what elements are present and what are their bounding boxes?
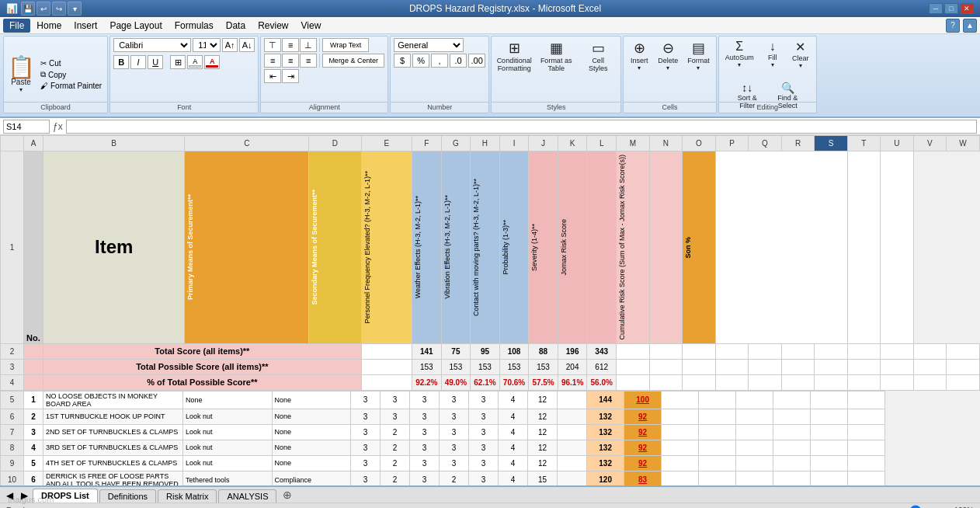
item-desc[interactable]: 2ND SET OF TURNBUCKLES & CLAMPS [43, 424, 183, 440]
insert-button[interactable]: ⊕ Insert ▾ [627, 38, 652, 73]
item-val-1[interactable]: 3 [381, 409, 410, 424]
col-header-s[interactable]: S [815, 136, 847, 151]
item-indexed[interactable]: 83 [624, 471, 662, 485]
item-val-1[interactable]: 2 [381, 471, 410, 485]
comma-button[interactable]: , [431, 54, 448, 68]
row-num-1[interactable]: 1 [1, 151, 24, 344]
item-jomax-score[interactable]: 132 [587, 424, 624, 440]
merge-center-button[interactable]: Merge & Center [322, 54, 384, 68]
item-number[interactable]: 1 [24, 391, 43, 409]
menu-formulas[interactable]: Formulas [169, 19, 220, 33]
col-header-e[interactable]: E [361, 136, 412, 151]
item-val-3[interactable]: 3 [440, 391, 469, 409]
item-val-0[interactable]: 3 [351, 424, 381, 440]
minimize-ribbon[interactable]: ▲ [963, 19, 977, 33]
col-header-p[interactable]: P [715, 136, 748, 151]
col-header-d[interactable]: D [309, 136, 362, 151]
item-val-5[interactable]: 4 [499, 455, 528, 471]
item-val-4[interactable]: 3 [469, 424, 499, 440]
item-val-2[interactable]: 3 [410, 424, 440, 440]
item-val-2[interactable]: 3 [410, 455, 440, 471]
qat-undo[interactable]: ↩ [36, 2, 50, 16]
item-indexed[interactable]: 92 [624, 424, 662, 440]
decrease-decimal-button[interactable]: .0 [450, 54, 467, 68]
item-val-3[interactable]: 3 [440, 455, 469, 471]
row-num-5[interactable]: 5 [1, 391, 24, 409]
menu-home[interactable]: Home [30, 19, 68, 33]
col-header-g[interactable]: G [441, 136, 471, 151]
item-val-0[interactable]: 3 [351, 471, 381, 485]
item-val-3[interactable]: 2 [440, 471, 469, 485]
font-color-button[interactable]: A [204, 55, 220, 69]
increase-decimal-button[interactable]: .00 [468, 54, 485, 68]
item-val-0[interactable]: 3 [351, 409, 381, 424]
item-primary[interactable]: None [183, 391, 273, 409]
item-secondary[interactable]: Compliance [272, 471, 351, 485]
zoom-slider[interactable] [885, 505, 947, 509]
view-layout[interactable]: ⊟ [854, 505, 864, 509]
col-header-w[interactable]: W [946, 136, 979, 151]
row-num-8[interactable]: 8 [1, 440, 24, 455]
view-preview[interactable]: ⊠ [870, 505, 879, 509]
item-indexed[interactable]: 92 [624, 455, 662, 471]
qat-redo[interactable]: ↪ [52, 2, 66, 16]
item-secondary[interactable]: None [272, 455, 351, 471]
autosum-button[interactable]: Σ AutoSum ▾ [722, 38, 757, 71]
item-number[interactable]: 5 [24, 455, 43, 471]
item-jomax-max[interactable]: 12 [528, 440, 558, 455]
close-button[interactable]: ✕ [960, 3, 974, 14]
col-header-q[interactable]: Q [749, 136, 782, 151]
item-desc[interactable]: 1ST TURNBUCKLE HOOK UP POINT [43, 409, 183, 424]
item-val-0[interactable]: 3 [351, 391, 381, 409]
paste-button[interactable]: 📋 Paste ▾ [7, 54, 35, 95]
tab-risk-matrix[interactable]: Risk Matrix [158, 489, 217, 503]
cells-area[interactable]: A B C D E F G H I J K L M N O P Q [0, 135, 980, 485]
item-indexed[interactable]: 100 [624, 391, 662, 409]
item-val-5[interactable]: 4 [499, 440, 528, 455]
item-primary[interactable]: Tethered tools [183, 471, 273, 485]
item-primary[interactable]: Look nut [183, 424, 273, 440]
item-val-1[interactable]: 2 [381, 424, 410, 440]
item-jomax-max[interactable]: 12 [528, 455, 558, 471]
item-number[interactable]: 2 [24, 409, 43, 424]
col-header-m[interactable]: M [616, 136, 649, 151]
item-indexed[interactable]: 92 [624, 440, 662, 455]
tab-nav-right[interactable]: ▶ [18, 489, 31, 503]
col-header-o[interactable]: O [683, 136, 716, 151]
align-top-button[interactable]: ⊤ [264, 38, 281, 52]
qat-save[interactable]: 💾 [21, 2, 35, 16]
corner-cell[interactable] [1, 136, 24, 151]
cut-button[interactable]: ✂ Cut [38, 58, 104, 68]
item-val-0[interactable]: 3 [351, 455, 381, 471]
align-middle-button[interactable]: ≡ [282, 38, 299, 52]
col-header-i[interactable]: I [499, 136, 529, 151]
col-header-f[interactable]: F [412, 136, 442, 151]
item-secondary[interactable]: None [272, 409, 351, 424]
col-header-a[interactable]: A [24, 136, 43, 151]
align-left-button[interactable]: ≡ [264, 54, 281, 68]
indent-decrease-button[interactable]: ⇤ [264, 69, 281, 83]
increase-font-button[interactable]: A↑ [222, 38, 238, 52]
item-val-5[interactable]: 4 [499, 471, 528, 485]
row-num-2[interactable]: 2 [1, 343, 24, 359]
item-val-4[interactable]: 3 [469, 455, 499, 471]
item-indexed[interactable]: 92 [624, 409, 662, 424]
currency-button[interactable]: $ [394, 54, 411, 68]
copy-button[interactable]: ⧉ Copy [38, 69, 104, 80]
item-primary[interactable]: Look nut [183, 409, 273, 424]
row-num-9[interactable]: 9 [1, 455, 24, 471]
conditional-formatting-button[interactable]: ⊞ Conditional Formatting [495, 38, 533, 74]
row-num-7[interactable]: 7 [1, 424, 24, 440]
item-val-0[interactable]: 3 [351, 440, 381, 455]
col-header-j[interactable]: J [529, 136, 558, 151]
item-secondary[interactable]: None [272, 391, 351, 409]
item-val-4[interactable]: 3 [469, 471, 499, 485]
item-jomax-score[interactable]: 120 [587, 471, 624, 485]
formula-input[interactable] [66, 120, 977, 134]
col-header-k[interactable]: K [558, 136, 587, 151]
col-header-r[interactable]: R [781, 136, 815, 151]
item-number[interactable]: 6 [24, 471, 43, 485]
item-val-2[interactable]: 3 [410, 391, 440, 409]
wrap-text-button[interactable]: Wrap Text [322, 38, 369, 52]
delete-button[interactable]: ⊖ Delete ▾ [655, 38, 681, 73]
